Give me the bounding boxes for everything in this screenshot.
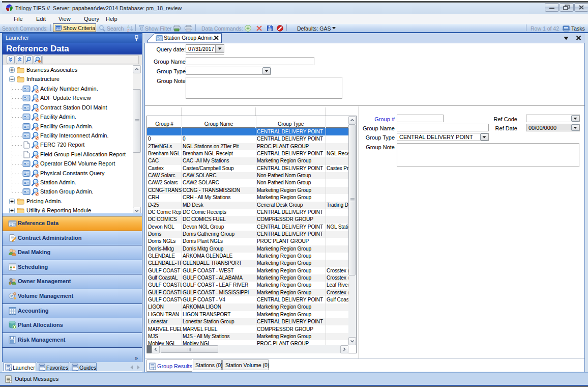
- svg-text:$: $: [9, 282, 11, 286]
- svg-text:A: A: [127, 25, 130, 29]
- svg-text:P: P: [11, 294, 14, 298]
- svg-text:D: D: [14, 292, 16, 295]
- svg-text:Z: Z: [127, 29, 130, 32]
